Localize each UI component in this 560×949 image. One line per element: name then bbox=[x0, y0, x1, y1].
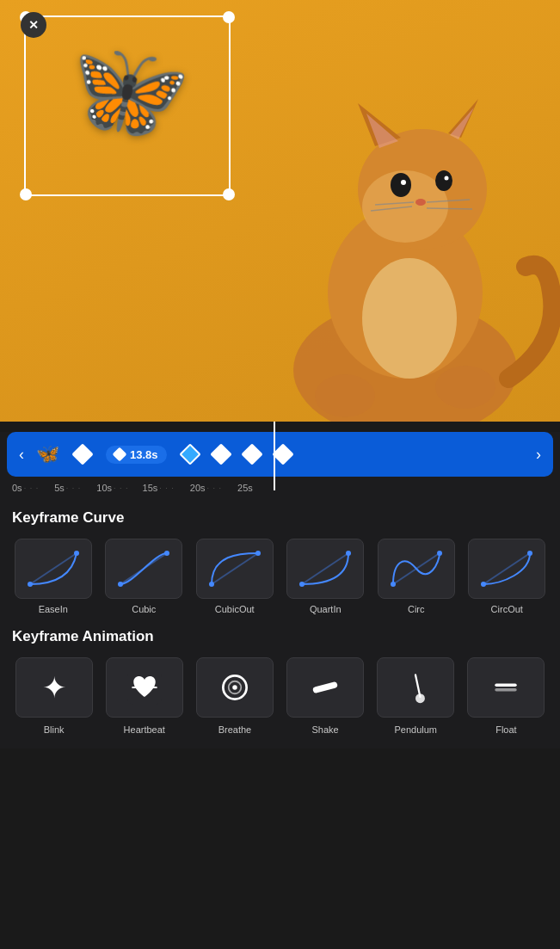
anim-box-breathe[interactable] bbox=[196, 657, 274, 718]
anim-box-heartbeat[interactable] bbox=[106, 657, 183, 718]
anim-box-float[interactable] bbox=[467, 657, 545, 718]
anim-card-breathe[interactable]: Breathe bbox=[193, 657, 276, 735]
timeline-content: 🦋 13.8s bbox=[31, 443, 529, 465]
keyframe-animation-title: Keyframe Animation bbox=[12, 628, 548, 645]
svg-rect-40 bbox=[495, 688, 517, 692]
curve-card-easein[interactable]: EaseIn bbox=[12, 539, 95, 614]
corner-handle-tr[interactable] bbox=[223, 11, 235, 23]
curve-card-cubicout[interactable]: CubicOut bbox=[194, 539, 276, 614]
timeline-time-label: 13.8s bbox=[106, 446, 167, 464]
timeline-nav-right[interactable]: › bbox=[529, 446, 548, 464]
anim-label-blink: Blink bbox=[44, 724, 65, 735]
svg-point-30 bbox=[481, 582, 486, 587]
curve-label-easein: EaseIn bbox=[39, 604, 68, 614]
shake-icon bbox=[308, 670, 342, 705]
curve-label-cubicout: CubicOut bbox=[215, 604, 255, 614]
curve-label-circout: CircOut bbox=[491, 604, 523, 614]
controls-area: ‹ 🦋 13.8s › 0s · · · 5s · · · 10s · · · … bbox=[0, 432, 560, 749]
anim-label-heartbeat: Heartbeat bbox=[124, 724, 165, 735]
float-icon bbox=[489, 670, 523, 705]
curve-label-circ: Circ bbox=[408, 604, 425, 614]
svg-point-20 bbox=[28, 582, 33, 587]
svg-point-23 bbox=[164, 551, 169, 556]
timeline-nav-left[interactable]: ‹ bbox=[12, 446, 31, 464]
anim-card-shake[interactable]: Shake bbox=[284, 657, 367, 735]
svg-point-19 bbox=[362, 258, 457, 379]
canvas-area: ✕ 🦋 bbox=[0, 0, 560, 422]
anim-label-breathe: Breathe bbox=[218, 724, 252, 735]
svg-rect-39 bbox=[495, 683, 517, 687]
svg-point-17 bbox=[315, 374, 375, 417]
svg-point-12 bbox=[415, 199, 426, 206]
curve-card-cubic[interactable]: Cubic bbox=[103, 539, 186, 614]
close-button[interactable]: ✕ bbox=[21, 12, 46, 38]
curve-box-circ[interactable] bbox=[378, 539, 455, 599]
time-ruler: 0s · · · 5s · · · 10s · · · 15s · · · 20… bbox=[0, 477, 560, 496]
anim-card-blink[interactable]: ✦ Blink bbox=[12, 657, 95, 735]
anim-card-heartbeat[interactable]: Heartbeat bbox=[102, 657, 186, 735]
curve-box-cubicout[interactable] bbox=[196, 539, 274, 599]
svg-point-24 bbox=[209, 582, 214, 587]
timeline-emoji: 🦋 bbox=[36, 443, 59, 465]
svg-point-22 bbox=[118, 582, 123, 587]
keyframe-curve-title: Keyframe Curve bbox=[12, 509, 548, 527]
sticker-selection-box[interactable]: 🦋 bbox=[24, 15, 231, 196]
svg-point-11 bbox=[445, 176, 449, 181]
label-diamond bbox=[113, 447, 127, 462]
svg-marker-5 bbox=[448, 99, 478, 138]
svg-line-37 bbox=[415, 675, 420, 696]
curve-card-circout[interactable]: CircOut bbox=[466, 539, 549, 614]
timeline-bar[interactable]: ‹ 🦋 13.8s › bbox=[7, 432, 553, 477]
svg-point-21 bbox=[74, 551, 79, 556]
anim-box-blink[interactable]: ✦ bbox=[15, 657, 93, 718]
keyframe-diamond-4[interactable] bbox=[241, 443, 262, 465]
svg-point-9 bbox=[435, 170, 452, 191]
svg-point-31 bbox=[527, 551, 532, 556]
blink-icon: ✦ bbox=[42, 670, 66, 705]
svg-line-16 bbox=[427, 208, 472, 209]
butterfly-sticker[interactable]: 🦋 bbox=[73, 43, 191, 138]
curve-box-quartin[interactable] bbox=[286, 539, 364, 599]
curve-box-cubic[interactable] bbox=[105, 539, 182, 599]
cat-image bbox=[233, 52, 560, 422]
svg-point-10 bbox=[401, 180, 406, 185]
heartbeat-icon bbox=[127, 670, 162, 705]
curve-card-quartin[interactable]: QuartIn bbox=[285, 539, 367, 614]
curve-card-circ[interactable]: Circ bbox=[375, 539, 458, 614]
anim-label-float: Float bbox=[495, 724, 516, 735]
pendulum-icon bbox=[398, 670, 433, 705]
keyframe-diamond-active[interactable] bbox=[179, 443, 200, 465]
keyframe-curve-section: Keyframe Curve EaseIn bbox=[0, 496, 560, 621]
anim-card-float[interactable]: Float bbox=[465, 657, 548, 735]
svg-point-18 bbox=[435, 366, 495, 409]
anim-box-shake[interactable] bbox=[286, 657, 364, 718]
svg-point-28 bbox=[391, 582, 396, 587]
svg-point-8 bbox=[391, 173, 411, 197]
keyframe-diamond-3[interactable] bbox=[210, 443, 231, 465]
svg-point-38 bbox=[415, 693, 425, 703]
curve-cards: EaseIn Cubic bbox=[12, 539, 548, 614]
svg-rect-36 bbox=[312, 681, 338, 694]
corner-handle-bl[interactable] bbox=[20, 188, 32, 200]
corner-handle-br[interactable] bbox=[223, 188, 235, 200]
keyframe-animation-section: Keyframe Animation ✦ Blink bbox=[0, 621, 560, 749]
breathe-icon bbox=[218, 670, 252, 705]
anim-label-pendulum: Pendulum bbox=[395, 724, 438, 735]
animation-cards: ✦ Blink Heartbeat bbox=[12, 657, 548, 735]
svg-point-27 bbox=[346, 551, 351, 556]
keyframe-diamond-1[interactable] bbox=[71, 443, 93, 465]
svg-point-35 bbox=[232, 685, 237, 689]
curve-box-easein[interactable] bbox=[15, 539, 92, 599]
svg-point-25 bbox=[255, 551, 261, 556]
anim-card-pendulum[interactable]: Pendulum bbox=[374, 657, 458, 735]
curve-box-circout[interactable] bbox=[468, 539, 545, 599]
playhead bbox=[274, 422, 275, 490]
curve-label-quartin: QuartIn bbox=[310, 604, 342, 614]
svg-point-29 bbox=[437, 551, 442, 556]
svg-point-26 bbox=[299, 582, 305, 587]
anim-box-pendulum[interactable] bbox=[377, 657, 454, 718]
curve-label-cubic: Cubic bbox=[132, 604, 156, 614]
anim-label-shake: Shake bbox=[312, 724, 339, 735]
